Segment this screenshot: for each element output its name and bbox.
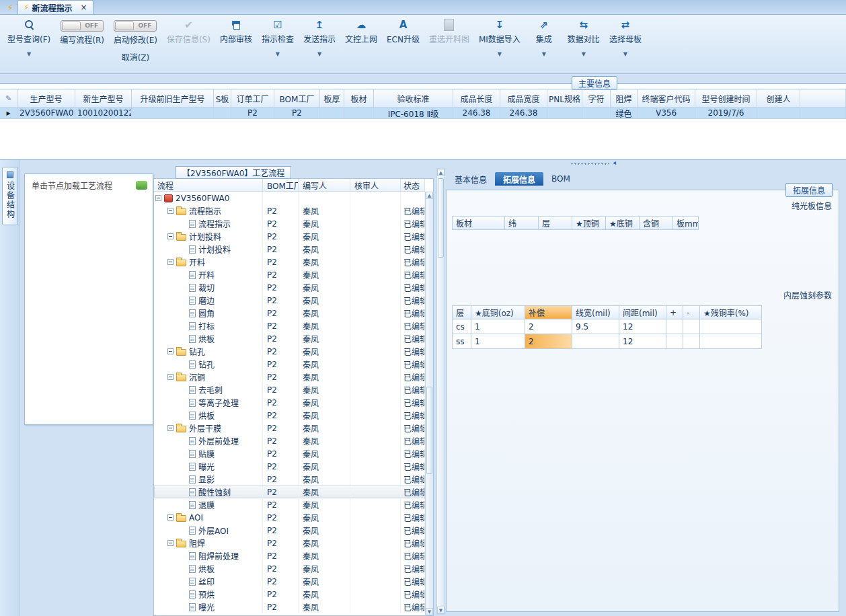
- tree-column-header-状态[interactable]: 状态: [401, 179, 425, 191]
- column-header-创建人[interactable]: 创建人: [757, 89, 800, 108]
- column-header-板厚[interactable]: 板厚: [320, 89, 344, 108]
- tree-row-流程指示[interactable]: 流程指示P2秦凤已编辑: [154, 217, 425, 230]
- column-header-字符[interactable]: 字符: [582, 89, 611, 108]
- column-header-+[interactable]: +: [666, 306, 683, 319]
- dock-tab-device-structure[interactable]: 设备结构: [2, 167, 18, 225]
- tree-row-曝光[interactable]: 曝光P2秦凤已编辑: [154, 601, 425, 613]
- toolbar-button-integrate[interactable]: ⇗集成▼: [525, 17, 563, 57]
- tree-row-烘板[interactable]: 烘板P2秦凤已编辑: [154, 562, 425, 575]
- dropdown-arrow-icon[interactable]: ▼: [623, 51, 627, 57]
- table-row[interactable]: cs129.512: [453, 319, 762, 334]
- column-header-BOM工厂[interactable]: BOM工厂: [274, 89, 320, 108]
- expand-collapse-icon[interactable]: [167, 348, 174, 354]
- column-header-层[interactable]: 层: [539, 217, 572, 230]
- column-header-S板[interactable]: S板: [214, 89, 231, 108]
- toolbar-button-cancel[interactable]: 取消(Z): [122, 51, 150, 63]
- tree-row-酸性蚀刻[interactable]: 酸性蚀刻P2秦凤已编辑: [154, 486, 425, 498]
- tree-row-阻焊前处理[interactable]: 阻焊前处理P2秦凤已编辑: [154, 549, 425, 562]
- tree-column-header-核审人[interactable]: 核审人: [350, 179, 401, 191]
- toolbar-button-mi-data-import[interactable]: ↧MI数据导入▼: [474, 17, 525, 57]
- tab-拓展信息[interactable]: 拓展信息: [495, 172, 543, 186]
- column-header-★底铜[interactable]: ★底铜: [606, 217, 640, 230]
- tree-row-圆角[interactable]: 圆角P2秦凤已编辑: [154, 307, 425, 319]
- toolbar-button-write-flow[interactable]: OFF编写流程(R): [55, 17, 109, 45]
- column-header-阻焊[interactable]: 阻焊: [611, 89, 638, 108]
- scroll-up-icon[interactable]: ▲: [437, 169, 445, 176]
- tree-row-外层前处理[interactable]: 外层前处理P2秦凤已编辑: [154, 434, 425, 447]
- tree-scrollbar-thumb[interactable]: [426, 387, 432, 474]
- expand-collapse-icon[interactable]: [167, 259, 174, 265]
- expand-collapse-icon[interactable]: [155, 195, 161, 201]
- expand-collapse-icon[interactable]: [167, 233, 174, 239]
- column-header-★残铜率(%)[interactable]: ★残铜率(%): [700, 306, 762, 319]
- right-panel-scrollbar[interactable]: ▲ ▼: [436, 168, 445, 615]
- column-header-生产型号[interactable]: 生产型号: [17, 89, 75, 108]
- tree-row-烘板[interactable]: 烘板P2秦凤已编辑: [154, 332, 425, 345]
- tree-row-开料[interactable]: 开料P2秦凤已编辑: [154, 268, 425, 281]
- write-flow-toggle[interactable]: OFF: [61, 20, 104, 32]
- column-header-板材[interactable]: 板材: [453, 217, 505, 230]
- column-header-补偿[interactable]: 补偿: [525, 306, 572, 319]
- tab-close-icon[interactable]: ×: [80, 3, 87, 12]
- column-header-订单工厂[interactable]: 订单工厂: [231, 89, 274, 108]
- dropdown-arrow-icon[interactable]: ▼: [276, 51, 280, 57]
- tree-scrollbar[interactable]: ▲ ▼: [425, 192, 433, 615]
- tree-row-烘板[interactable]: 烘板P2秦凤已编辑: [154, 409, 425, 422]
- tree-row-等离子处理[interactable]: 等离子处理P2秦凤已编辑: [154, 396, 425, 409]
- toolbar-button-save-info[interactable]: ✔保存信息(S): [162, 17, 215, 44]
- column-header-板mm[interactable]: 板mm: [673, 217, 699, 230]
- expand-collapse-icon[interactable]: [167, 540, 174, 546]
- tab-new-process-instruction[interactable]: ⚡ 新流程指示 ×: [17, 0, 93, 14]
- column-header-含铜[interactable]: 含铜: [640, 217, 673, 230]
- tab-BOM[interactable]: BOM: [543, 172, 578, 186]
- toolbar-button-reselect-cutting-diagram[interactable]: 重选开料图: [424, 17, 474, 44]
- start-modify-toggle[interactable]: OFF: [114, 20, 157, 32]
- column-header-★底铜(oz)[interactable]: ★底铜(oz): [471, 306, 525, 319]
- column-header-成品宽度[interactable]: 成品宽度: [500, 89, 547, 108]
- dropdown-arrow-icon[interactable]: ▼: [498, 51, 502, 57]
- scroll-up-icon[interactable]: ▲: [426, 192, 433, 199]
- tree-row-去毛刺[interactable]: 去毛刺P2秦凤已编辑: [154, 383, 425, 396]
- toolbar-button-select-mother-board[interactable]: ⇄选择母板▼: [605, 17, 646, 57]
- tree-column-header-编写人[interactable]: 编写人: [299, 179, 350, 191]
- tree-column-header-BOM工厂[interactable]: BOM工厂: [263, 179, 299, 191]
- expand-collapse-icon[interactable]: [167, 514, 174, 521]
- tree-row-贴膜[interactable]: 贴膜P2秦凤已编辑: [154, 447, 425, 460]
- column-header-终端客户代码[interactable]: 终端客户代码: [638, 89, 695, 108]
- tree-row-计划投料[interactable]: 计划投料P2秦凤已编辑: [154, 243, 425, 256]
- tree-row-打标[interactable]: 打标P2秦凤已编辑: [154, 319, 425, 332]
- toolbar-button-ecn-upgrade[interactable]: AECN升级: [382, 17, 424, 44]
- column-header-新生产型号[interactable]: 新生产型号: [75, 89, 132, 108]
- column-header-成品长度[interactable]: 成品长度: [453, 89, 500, 108]
- column-header-板材[interactable]: 板材: [344, 89, 374, 108]
- splitter-handle[interactable]: [570, 162, 609, 165]
- tree-row-阻焊[interactable]: 阻焊P2秦凤已编辑: [154, 537, 425, 549]
- scroll-down-icon[interactable]: ▼: [426, 608, 433, 615]
- tree-row-2V3560FWA0[interactable]: 2V3560FWA0: [154, 192, 425, 204]
- tree-row-丝印[interactable]: 丝印P2秦凤已编辑: [154, 575, 425, 588]
- collapse-arrow-icon[interactable]: ◂: [613, 159, 616, 166]
- tree-column-header-流程[interactable]: 流程: [154, 179, 263, 191]
- tree-row-退膜[interactable]: 退膜P2秦凤已编辑: [154, 498, 425, 511]
- tree-row-显影[interactable]: 显影P2秦凤已编辑: [154, 473, 425, 486]
- expand-collapse-icon[interactable]: [167, 374, 174, 380]
- toolbar-button-start-modify[interactable]: OFF启动修改(E)取消(Z): [109, 17, 162, 63]
- toolbar-button-send-instruction[interactable]: ↥发送指示▼: [299, 17, 340, 57]
- tree-row-预烘[interactable]: 预烘P2秦凤已编辑: [154, 588, 425, 601]
- expand-collapse-icon[interactable]: [167, 425, 174, 431]
- tab-基本信息[interactable]: 基本信息: [447, 172, 495, 186]
- tree-row-计划投料[interactable]: 计划投料P2秦凤已编辑: [154, 230, 425, 243]
- dropdown-arrow-icon[interactable]: ▼: [27, 51, 31, 57]
- column-header-层[interactable]: 层: [453, 306, 471, 319]
- dropdown-arrow-icon[interactable]: ▼: [542, 51, 546, 57]
- expand-collapse-icon[interactable]: [167, 208, 174, 214]
- tree-row-曝光[interactable]: 曝光P2秦凤已编辑: [154, 460, 425, 473]
- column-header-验收标准[interactable]: 验收标准: [374, 89, 453, 108]
- tree-row-裁切[interactable]: 裁切P2秦凤已编辑: [154, 281, 425, 294]
- tree-row-钻孔[interactable]: 钻孔P2秦凤已编辑: [154, 345, 425, 358]
- toolbar-button-data-compare[interactable]: ⇆数据对比▼: [563, 17, 605, 57]
- column-header-线宽(mil)[interactable]: 线宽(mil): [572, 306, 619, 319]
- right-scrollbar-thumb[interactable]: [438, 178, 444, 258]
- tree-row-磨边[interactable]: 磨边P2秦凤已编辑: [154, 294, 425, 307]
- column-header-★顶铜[interactable]: ★顶铜: [572, 217, 606, 230]
